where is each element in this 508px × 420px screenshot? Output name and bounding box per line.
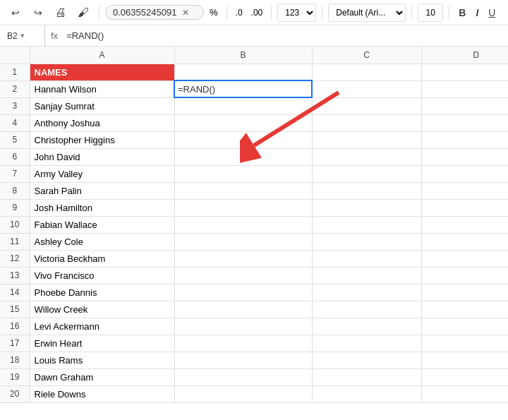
cell-a2[interactable]: Hannah Wilson — [30, 80, 174, 97]
cell-d15[interactable] — [421, 301, 508, 318]
cell-a5[interactable]: Christopher Higgins — [30, 131, 174, 148]
cell-b2[interactable]: =RAND() — [174, 80, 312, 97]
cell-d7[interactable] — [421, 165, 508, 182]
cell-a14[interactable]: Phoebe Dannis — [30, 284, 174, 301]
cell-d5[interactable] — [421, 131, 508, 148]
cell-d2[interactable] — [421, 80, 508, 97]
cell-b13[interactable] — [174, 267, 312, 284]
cell-a1[interactable]: NAMES — [30, 64, 174, 80]
cell-b11[interactable] — [174, 233, 312, 250]
cell-c18[interactable] — [312, 352, 421, 368]
cell-c6[interactable] — [312, 148, 421, 165]
underline-button[interactable]: U — [485, 6, 499, 20]
formula-pill-close[interactable]: ✕ — [182, 8, 189, 18]
cell-b4[interactable] — [174, 114, 312, 131]
cell-d14[interactable] — [421, 284, 508, 301]
cell-d3[interactable] — [421, 97, 508, 114]
cell-b15[interactable] — [174, 301, 312, 318]
redo-button[interactable]: ↪ — [28, 3, 48, 23]
cell-c19[interactable] — [312, 368, 421, 385]
cell-b10[interactable] — [174, 216, 312, 233]
cell-a20[interactable]: Riele Downs — [30, 385, 174, 402]
cell-b9[interactable] — [174, 199, 312, 216]
undo-button[interactable]: ↩ — [6, 3, 25, 23]
cell-c8[interactable] — [312, 182, 421, 199]
cell-b18[interactable] — [174, 352, 312, 368]
cell-c11[interactable] — [312, 233, 421, 250]
cell-d17[interactable] — [421, 335, 508, 352]
cell-b20[interactable] — [174, 385, 312, 402]
cell-b6[interactable] — [174, 148, 312, 165]
cell-b8[interactable] — [174, 182, 312, 199]
cell-d19[interactable] — [421, 368, 508, 385]
paint-format-button[interactable]: 🖌 — [73, 3, 93, 23]
cell-d13[interactable] — [421, 267, 508, 284]
cell-b14[interactable] — [174, 284, 312, 301]
cell-c16[interactable] — [312, 318, 421, 335]
cell-d12[interactable] — [421, 250, 508, 267]
font-size-input[interactable] — [418, 4, 443, 22]
cell-d8[interactable] — [421, 182, 508, 199]
cell-a13[interactable]: Vivo Francisco — [30, 267, 174, 284]
cell-c1[interactable] — [312, 64, 421, 80]
cell-b19[interactable] — [174, 368, 312, 385]
cell-c2[interactable] — [312, 80, 421, 97]
cell-b3[interactable] — [174, 97, 312, 114]
cell-a4[interactable]: Anthony Joshua — [30, 114, 174, 131]
cell-a17[interactable]: Erwin Heart — [30, 335, 174, 352]
cell-a11[interactable]: Ashley Cole — [30, 233, 174, 250]
cell-c7[interactable] — [312, 165, 421, 182]
cell-c12[interactable] — [312, 250, 421, 267]
cell-a7[interactable]: Army Valley — [30, 165, 174, 182]
cell-a6[interactable]: John David — [30, 148, 174, 165]
col-header-d[interactable]: D — [421, 47, 508, 64]
cell-c10[interactable] — [312, 216, 421, 233]
cell-c13[interactable] — [312, 267, 421, 284]
cell-a9[interactable]: Josh Hamilton — [30, 199, 174, 216]
cell-c5[interactable] — [312, 131, 421, 148]
format2-label[interactable]: .00 — [248, 8, 266, 18]
cell-b7[interactable] — [174, 165, 312, 182]
cell-a8[interactable]: Sarah Palin — [30, 182, 174, 199]
cell-c20[interactable] — [312, 385, 421, 402]
cell-d9[interactable] — [421, 199, 508, 216]
cell-b17[interactable] — [174, 335, 312, 352]
cell-c14[interactable] — [312, 284, 421, 301]
bold-button[interactable]: B — [455, 6, 469, 20]
format1-label[interactable]: .0 — [233, 8, 246, 18]
cell-a10[interactable]: Fabian Wallace — [30, 216, 174, 233]
cell-d16[interactable] — [421, 318, 508, 335]
number-format-select[interactable]: 123 — [277, 4, 316, 22]
cell-c4[interactable] — [312, 114, 421, 131]
cell-a12[interactable]: Victoria Beckham — [30, 250, 174, 267]
cell-d10[interactable] — [421, 216, 508, 233]
cell-a19[interactable]: Dawn Graham — [30, 368, 174, 385]
col-header-b[interactable]: B — [174, 47, 312, 64]
col-header-c[interactable]: C — [312, 47, 421, 64]
print-button[interactable]: 🖨 — [51, 3, 71, 23]
cell-b5[interactable] — [174, 131, 312, 148]
cell-d6[interactable] — [421, 148, 508, 165]
cell-a18[interactable]: Louis Rams — [30, 352, 174, 368]
cell-a16[interactable]: Levi Ackermann — [30, 318, 174, 335]
cell-d11[interactable] — [421, 233, 508, 250]
cell-c9[interactable] — [312, 199, 421, 216]
formula-pill[interactable]: 0.06355245091 ✕ — [105, 5, 204, 20]
col-header-a[interactable]: A — [30, 47, 174, 64]
cell-c17[interactable] — [312, 335, 421, 352]
cell-d4[interactable] — [421, 114, 508, 131]
cell-a3[interactable]: Sanjay Sumrat — [30, 97, 174, 114]
formula-display[interactable]: =RAND() — [64, 30, 505, 41]
cell-d20[interactable] — [421, 385, 508, 402]
italic-button[interactable]: I — [472, 6, 482, 20]
cell-c15[interactable] — [312, 301, 421, 318]
cell-b12[interactable] — [174, 250, 312, 267]
cell-reference-box[interactable]: B2 ▾ — [3, 25, 45, 46]
cell-c3[interactable] — [312, 97, 421, 114]
cell-a15[interactable]: Willow Creek — [30, 301, 174, 318]
cell-b16[interactable] — [174, 318, 312, 335]
font-family-select[interactable]: Default (Ari... — [328, 4, 406, 22]
cell-b1[interactable] — [174, 64, 312, 80]
cell-d18[interactable] — [421, 352, 508, 368]
cell-d1[interactable] — [421, 64, 508, 80]
